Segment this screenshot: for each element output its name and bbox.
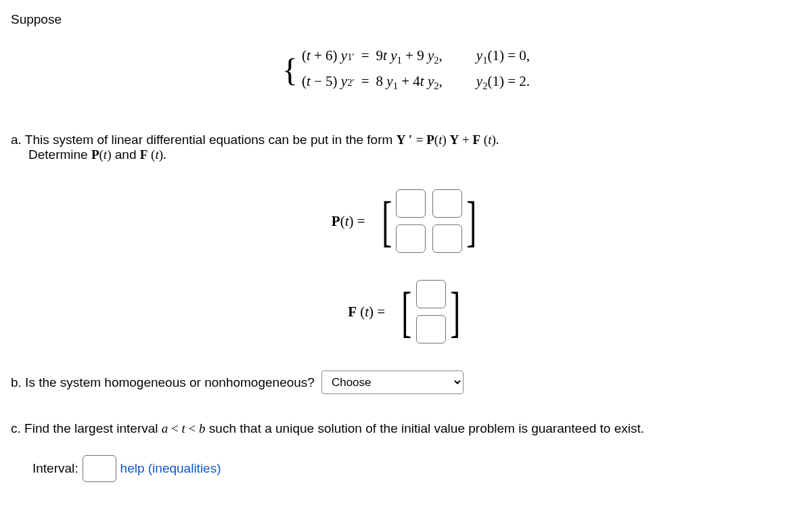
f-matrix-row: F (t) = [ ] bbox=[11, 280, 801, 343]
part-c-text-pre: c. Find the largest interval bbox=[11, 421, 162, 435]
eq-rhs: P(t) Y + F (t). bbox=[426, 133, 499, 147]
p-1-1-input[interactable] bbox=[396, 189, 426, 218]
f-label: F (t) = bbox=[348, 304, 385, 320]
interval-label: Interval: bbox=[32, 461, 78, 476]
interval-math: a < t < b bbox=[162, 421, 206, 435]
p-matrix-row: P(t) = [ ] bbox=[11, 189, 801, 253]
eq-sign: = bbox=[416, 133, 426, 147]
f-2-input[interactable] bbox=[416, 315, 446, 343]
part-b-text: b. Is the system homogeneous or nonhomog… bbox=[11, 375, 315, 390]
intro-text: Suppose bbox=[11, 12, 801, 27]
part-a: a. This system of linear differential eq… bbox=[11, 133, 801, 343]
part-c-text-post: such that a unique solution of the initi… bbox=[209, 421, 644, 435]
help-link[interactable]: help (inequalities) bbox=[120, 461, 221, 476]
interval-input[interactable] bbox=[83, 455, 116, 482]
part-a-text-1: a. This system of linear differential eq… bbox=[11, 133, 397, 147]
system-of-equations: { (t + 6) y1′ = 9t y1 + 9 y2, (t − 5) y2… bbox=[11, 47, 801, 92]
part-c: c. Find the largest interval a < t < b s… bbox=[11, 421, 801, 482]
p-label: P(t) = bbox=[332, 213, 365, 230]
p-1-2-input[interactable] bbox=[432, 189, 462, 218]
homogeneous-select[interactable]: Choose homogeneous nonhomogeneous bbox=[321, 371, 464, 394]
p-2-1-input[interactable] bbox=[396, 224, 426, 253]
y-prime: Y ′ bbox=[397, 133, 413, 147]
part-a-text-2: Determine P(t) and F (t). bbox=[28, 147, 166, 162]
p-2-2-input[interactable] bbox=[432, 224, 462, 253]
f-1-input[interactable] bbox=[416, 280, 446, 308]
part-b: b. Is the system homogeneous or nonhomog… bbox=[11, 371, 464, 394]
